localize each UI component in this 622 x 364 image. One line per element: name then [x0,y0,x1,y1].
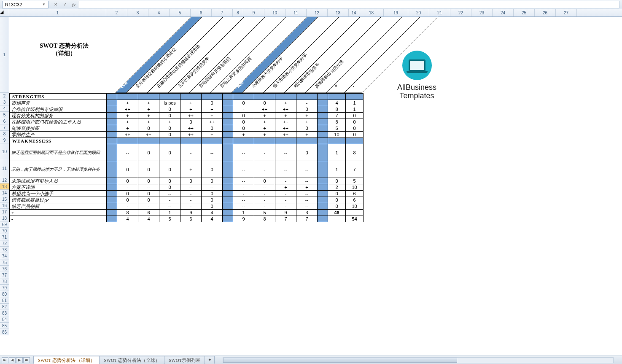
row-header[interactable]: 2 [0,93,9,99]
data-cell[interactable]: 0 [138,161,159,178]
horizontal-scrollbar[interactable] [223,357,614,363]
data-cell[interactable] [223,119,233,125]
data-cell[interactable]: 5 [159,216,180,222]
data-cell[interactable] [223,113,233,119]
data-cell[interactable] [223,210,233,216]
row-header[interactable]: 79 [0,285,9,291]
data-cell[interactable]: - [180,197,202,203]
name-box[interactable]: R13C32 ▼ [2,1,48,8]
data-cell[interactable] [223,191,233,197]
data-cell[interactable]: 0 [233,113,254,119]
data-cell[interactable]: -- [202,144,223,161]
data-cell[interactable]: 6 [346,197,364,203]
data-cell[interactable] [107,203,117,210]
data-cell[interactable]: 8 [254,216,275,222]
data-cell[interactable] [223,100,233,106]
row-header[interactable]: 4 [0,105,9,112]
data-cell[interactable]: - [254,144,275,161]
sheet-tab[interactable]: SWOT 态势分析法 （详细） [33,356,100,364]
column-header[interactable]: 2 [106,9,127,16]
data-cell[interactable]: ++ [202,119,223,125]
data-cell[interactable]: + [117,119,138,125]
data-cell[interactable]: + [296,184,318,191]
column-header[interactable]: 27 [556,9,577,16]
row-header[interactable]: 16 [0,202,9,209]
data-cell[interactable]: 0 [328,191,346,197]
column-header[interactable]: 19 [384,9,408,16]
data-cell[interactable]: - [117,203,138,210]
data-cell[interactable]: + [202,106,223,113]
data-cell[interactable]: + [275,100,296,106]
data-cell[interactable] [346,210,364,216]
data-cell[interactable]: 0 [346,113,364,119]
data-cell[interactable]: 7 [346,161,364,178]
data-cell[interactable]: 0 [159,161,180,178]
row-header[interactable]: 69 [0,221,9,228]
data-cell[interactable]: 0 [233,119,254,125]
row-header[interactable]: 85 [0,323,9,329]
data-cell[interactable]: -- [117,144,138,161]
data-cell[interactable]: + [180,100,202,106]
data-cell[interactable]: + [233,132,254,138]
column-header[interactable]: 13 [328,9,349,16]
row-header[interactable]: 10 [0,143,9,160]
data-cell[interactable]: 0 [296,106,318,113]
data-cell[interactable]: 5 [328,125,346,132]
data-cell[interactable]: 0 [138,191,159,197]
data-cell[interactable]: 4 [117,216,138,222]
tab-nav-prev-icon[interactable]: ◀ [9,357,16,363]
data-cell[interactable]: 1 [159,210,180,216]
data-cell[interactable]: -- [296,203,318,210]
data-cell[interactable]: ++ [180,132,202,138]
row-header[interactable]: 86 [0,329,9,335]
data-cell[interactable]: - [275,178,296,184]
data-cell[interactable]: ++ [180,125,202,132]
data-cell[interactable] [318,100,328,106]
data-cell[interactable]: -- [159,203,180,210]
data-cell[interactable]: + [138,100,159,106]
data-cell[interactable]: 0 [159,106,180,113]
data-cell[interactable]: 0 [180,178,202,184]
row-header[interactable]: 9 [0,137,9,143]
data-cell[interactable]: 0 [180,119,202,125]
select-all-corner[interactable]: ◢ [0,9,9,16]
column-header[interactable]: 22 [450,9,471,16]
data-cell[interactable]: 0 [296,125,318,132]
data-cell[interactable]: 6 [180,216,202,222]
data-cell[interactable]: + [138,106,159,113]
row-header[interactable]: 7 [0,124,9,131]
scroll-thumb[interactable] [223,358,457,363]
data-cell[interactable]: 0 [328,197,346,203]
data-cell[interactable] [318,216,328,222]
data-cell[interactable]: + [117,100,138,106]
data-cell[interactable]: 7 [296,216,318,222]
data-cell[interactable]: -- [275,144,296,161]
data-cell[interactable] [223,203,233,210]
data-cell[interactable]: 1 [328,161,346,178]
data-cell[interactable]: 0 [233,125,254,132]
data-cell[interactable]: 0 [296,144,318,161]
data-cell[interactable] [107,178,117,184]
tab-nav-last-icon[interactable]: ⏭ [23,357,30,363]
column-header[interactable]: 23 [471,9,493,16]
row-header[interactable]: 78 [0,278,9,285]
data-cell[interactable] [223,184,233,191]
data-cell[interactable]: 0 [159,132,180,138]
row-header[interactable]: 13 [0,183,9,190]
data-cell[interactable] [318,191,328,197]
data-cell[interactable]: 0 [233,100,254,106]
data-cell[interactable]: + [296,113,318,119]
column-header[interactable]: 5 [170,9,191,16]
data-cell[interactable]: 0 [159,178,180,184]
data-cell[interactable] [223,178,233,184]
data-cell[interactable]: -- [275,161,296,178]
data-cell[interactable] [107,113,117,119]
data-cell[interactable]: 9 [180,210,202,216]
data-cell[interactable]: -- [138,184,159,191]
data-cell[interactable]: - [233,191,254,197]
data-cell[interactable]: 0 [202,100,223,106]
data-cell[interactable]: + [138,113,159,119]
data-cell[interactable] [107,144,117,161]
data-cell[interactable]: 0 [159,125,180,132]
data-cell[interactable] [318,106,328,113]
